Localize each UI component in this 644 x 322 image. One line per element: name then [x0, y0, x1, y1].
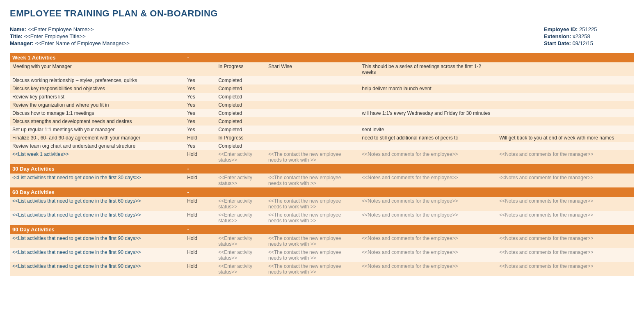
activity-cell: <<List week 1 activities>>	[10, 150, 185, 164]
contact-cell	[266, 76, 359, 84]
notes-employee-cell	[359, 101, 497, 109]
activity-cell: Review team org chart and understand gen…	[10, 142, 185, 150]
notes-employee-cell: need to still get additional names of pe…	[359, 134, 497, 142]
start-line: Start Date: 09/12/15	[544, 40, 634, 46]
notes-manager-cell	[497, 101, 634, 109]
section-dash-week1: -	[185, 53, 634, 62]
info-left: Name: <<Enter Employee Name>> Title: <<E…	[10, 26, 130, 46]
notes-employee-cell: help deliver march launch event	[359, 84, 497, 93]
title-value: <<Enter Employee Title>>	[24, 33, 85, 39]
status-cell: Completed	[216, 117, 266, 126]
manager-line: Manager: <<Enter Name of Employee Manage…	[10, 40, 130, 46]
notes-employee-cell: <<Notes and comments for the employee>>	[359, 211, 497, 225]
section-dash-day60: -	[185, 187, 634, 197]
notes-employee-cell: <<Notes and comments for the employee>>	[359, 234, 497, 248]
notes-employee-cell: will have 1:1's every Wednesday and Frid…	[359, 109, 497, 117]
table-row: <<List activities that need to get done …	[10, 234, 634, 248]
notes-manager-cell	[497, 126, 634, 134]
activity-cell: Meeting with your Manager	[10, 62, 185, 76]
contact-cell	[266, 93, 359, 101]
contact-cell: <<The contact the new employee needs to …	[266, 174, 359, 187]
table-row: Finalize 30-, 60- and 90-day agreement w…	[10, 134, 634, 142]
notes-manager-cell: Will get back to you at end of week with…	[497, 134, 634, 142]
activity-cell: Discuss how to manage 1:1 meetings	[10, 109, 185, 117]
contact-cell: <<The contact the new employee needs to …	[266, 197, 359, 211]
section-title-day90: 90 Day Activities	[10, 225, 185, 234]
manager-label: Manager:	[10, 40, 34, 46]
notes-manager-cell	[497, 117, 634, 126]
table-row: Set up regular 1:1 meetings with your ma…	[10, 126, 634, 134]
table-row: Meeting with your ManagerIn ProgressShar…	[10, 62, 634, 76]
status-cell: Completed	[216, 142, 266, 150]
status-cell: Completed	[216, 126, 266, 134]
notes-employee-cell: sent invite	[359, 126, 497, 134]
status-cell: <<Enter activity status>>	[216, 248, 266, 262]
yes-cell: Hold	[185, 150, 216, 164]
status-cell: <<Enter activity status>>	[216, 174, 266, 187]
activity-cell: Discuss key responsibilities and objecti…	[10, 84, 185, 93]
status-cell: Completed	[216, 109, 266, 117]
status-cell: Completed	[216, 93, 266, 101]
yes-cell: Yes	[185, 142, 216, 150]
table-row: <<List week 1 activities>>Hold<<Enter ac…	[10, 150, 634, 164]
yes-cell: Yes	[185, 93, 216, 101]
yes-cell: Yes	[185, 126, 216, 134]
contact-cell: <<The contact the new employee needs to …	[266, 234, 359, 248]
yes-cell: Hold	[185, 211, 216, 225]
id-label: Employee ID:	[544, 26, 578, 32]
yes-cell: Yes	[185, 109, 216, 117]
status-cell: Completed	[216, 76, 266, 84]
contact-cell	[266, 109, 359, 117]
yes-cell: Hold	[185, 248, 216, 262]
activity-cell: <<List activities that need to get done …	[10, 197, 185, 211]
activity-cell: Discuss working relationship – styles, p…	[10, 76, 185, 84]
table-row: <<List activities that need to get done …	[10, 262, 634, 276]
contact-cell: <<The contact the new employee needs to …	[266, 262, 359, 276]
notes-employee-cell: <<Notes and comments for the employee>>	[359, 248, 497, 262]
notes-employee-cell: <<Notes and comments for the employee>>	[359, 262, 497, 276]
start-value: 09/12/15	[572, 40, 593, 46]
notes-manager-cell: <<Notes and comments for the manager>>	[497, 211, 634, 225]
contact-cell	[266, 101, 359, 109]
id-value: 251225	[579, 26, 597, 32]
contact-cell	[266, 142, 359, 150]
activity-cell: Finalize 30-, 60- and 90-day agreement w…	[10, 134, 185, 142]
notes-employee-cell	[359, 142, 497, 150]
title-line: Title: <<Enter Employee Title>>	[10, 33, 130, 39]
activity-cell: Review key partners list	[10, 93, 185, 101]
status-cell: In Progress	[216, 134, 266, 142]
notes-employee-cell: <<Notes and comments for the employee>>	[359, 197, 497, 211]
yes-cell: Hold	[185, 174, 216, 187]
notes-manager-cell	[497, 142, 634, 150]
table-row: Review key partners listYesCompleted	[10, 93, 634, 101]
yes-cell: Hold	[185, 234, 216, 248]
section-header-day90: 90 Day Activities -	[10, 225, 634, 234]
status-cell: <<Enter activity status>>	[216, 234, 266, 248]
status-cell: <<Enter activity status>>	[216, 262, 266, 276]
section-dash-day90: -	[185, 225, 634, 234]
table-row: Discuss working relationship – styles, p…	[10, 76, 634, 84]
notes-manager-cell: <<Notes and comments for the manager>>	[497, 234, 634, 248]
notes-manager-cell: <<Notes and comments for the manager>>	[497, 174, 634, 187]
yes-cell: Hold	[185, 262, 216, 276]
section-dash-day30: -	[185, 164, 634, 174]
table-row: Discuss strengths and development needs …	[10, 117, 634, 126]
contact-cell	[266, 126, 359, 134]
table-row: <<List activities that need to get done …	[10, 174, 634, 187]
yes-cell: Yes	[185, 84, 216, 93]
table-row: <<List activities that need to get done …	[10, 248, 634, 262]
status-cell: <<Enter activity status>>	[216, 211, 266, 225]
yes-cell: Yes	[185, 101, 216, 109]
page-title: EMPLOYEE TRAINING PLAN & ON-BOARDING	[10, 8, 634, 19]
activity-cell: <<List activities that need to get done …	[10, 174, 185, 187]
status-cell: <<Enter activity status>>	[216, 197, 266, 211]
status-cell: <<Enter activity status>>	[216, 150, 266, 164]
status-cell: Completed	[216, 101, 266, 109]
name-label: Name:	[10, 26, 26, 32]
contact-cell: <<The contact the new employee needs to …	[266, 248, 359, 262]
notes-manager-cell	[497, 76, 634, 84]
notes-manager-cell	[497, 93, 634, 101]
table-row: <<List activities that need to get done …	[10, 211, 634, 225]
info-right: Employee ID: 251225 Extension: x23258 St…	[544, 26, 634, 46]
ext-value: x23258	[573, 33, 590, 39]
